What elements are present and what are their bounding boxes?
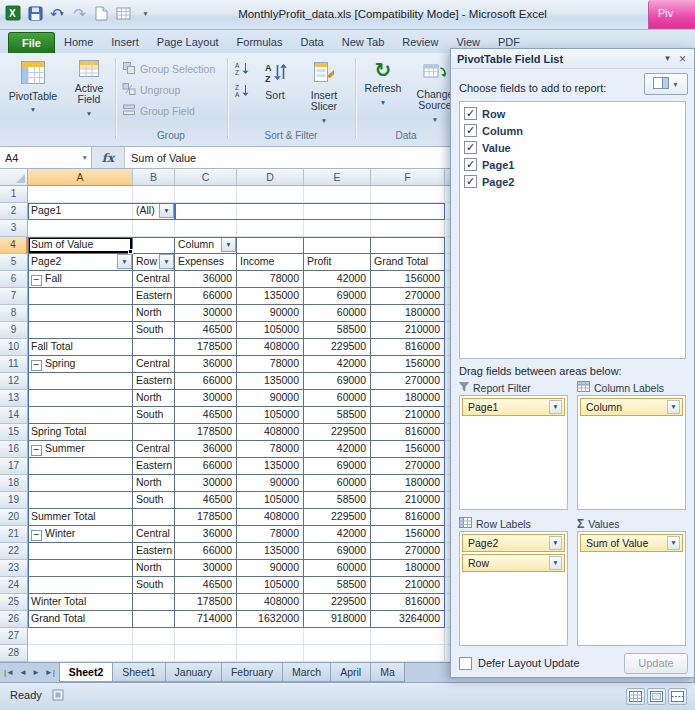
new-document-button[interactable] <box>94 4 109 22</box>
row-header-28[interactable]: 28 <box>0 645 28 662</box>
cell-A10[interactable]: Fall Total <box>28 339 133 356</box>
cell-B18[interactable]: North <box>133 475 175 492</box>
row-header-5[interactable]: 5 <box>0 254 28 271</box>
cell-A28[interactable] <box>28 645 133 662</box>
column-header-a[interactable]: A <box>28 169 133 186</box>
normal-view-button[interactable] <box>626 688 645 705</box>
cell-dropdown-icon[interactable]: ▼ <box>159 203 174 218</box>
field-checkbox-page2[interactable]: ✓ <box>464 175 477 188</box>
cell-D13[interactable]: 90000 <box>237 390 304 407</box>
cell-F5[interactable]: Grand Total <box>371 254 445 271</box>
defer-layout-checkbox[interactable] <box>459 657 472 670</box>
cell-A1[interactable] <box>28 186 133 203</box>
cell-D16[interactable]: 78000 <box>237 441 304 458</box>
row-header-16[interactable]: 16 <box>0 441 28 458</box>
dropdown-arrow-icon[interactable]: ▼ <box>549 556 562 570</box>
cell-D12[interactable]: 135000 <box>237 373 304 390</box>
cell-D3[interactable] <box>237 220 304 237</box>
tab-review[interactable]: Review <box>393 32 447 53</box>
cell-B11[interactable]: Central <box>133 356 175 373</box>
cell-D5[interactable]: Income <box>237 254 304 271</box>
tab-new-tab[interactable]: New Tab <box>333 32 394 53</box>
cell-C14[interactable]: 46500 <box>175 407 237 424</box>
cell-E2[interactable] <box>304 203 371 220</box>
cell-F28[interactable] <box>371 645 445 662</box>
cell-B4[interactable] <box>133 237 175 254</box>
column-header-b[interactable]: B <box>133 169 175 186</box>
row-header-4[interactable]: 4 <box>0 237 28 254</box>
cell-E19[interactable]: 58500 <box>304 492 371 509</box>
cell-D21[interactable]: 78000 <box>237 526 304 543</box>
cell-E17[interactable]: 69000 <box>304 458 371 475</box>
cell-F24[interactable]: 210000 <box>371 577 445 594</box>
cell-A15[interactable]: Spring Total <box>28 424 133 441</box>
cell-C9[interactable]: 46500 <box>175 322 237 339</box>
cell-C12[interactable]: 66000 <box>175 373 237 390</box>
cell-E14[interactable]: 58500 <box>304 407 371 424</box>
cell-C4[interactable]: Column▼ <box>175 237 237 254</box>
cell-A27[interactable] <box>28 628 133 645</box>
cell-A2[interactable]: Page1 <box>28 203 133 220</box>
tab-home[interactable]: Home <box>55 32 102 53</box>
cell-B26[interactable] <box>133 611 175 628</box>
cell-A7[interactable] <box>28 288 133 305</box>
cell-C15[interactable]: 178500 <box>175 424 237 441</box>
cell-C11[interactable]: 36000 <box>175 356 237 373</box>
area-box-values[interactable]: Sum of Value▼ <box>577 531 686 646</box>
cell-F17[interactable]: 270000 <box>371 458 445 475</box>
cell-E1[interactable] <box>304 186 371 203</box>
panel-title-bar[interactable]: PivotTable Field List ▼ × <box>451 49 694 69</box>
row-header-14[interactable]: 14 <box>0 407 28 424</box>
group-selection-button[interactable]: Group Selection <box>119 59 223 78</box>
cell-D17[interactable]: 135000 <box>237 458 304 475</box>
tab-formulas[interactable]: Formulas <box>228 32 292 53</box>
cell-B9[interactable]: South <box>133 322 175 339</box>
cell-B14[interactable]: South <box>133 407 175 424</box>
redo-button[interactable]: ↷ <box>72 4 87 22</box>
cell-C21[interactable]: 36000 <box>175 526 237 543</box>
refresh-button[interactable]: ↻ Refresh ▼ <box>360 56 406 108</box>
cell-F4[interactable] <box>371 237 445 254</box>
collapse-button[interactable]: − <box>31 530 42 541</box>
group-field-button[interactable]: Group Field <box>119 101 223 120</box>
cell-B2[interactable]: (All)▼ <box>133 203 175 220</box>
cell-C27[interactable] <box>175 628 237 645</box>
cell-B23[interactable]: North <box>133 560 175 577</box>
ungroup-button[interactable]: Ungroup <box>119 80 223 99</box>
cell-D26[interactable]: 1632000 <box>237 611 304 628</box>
sheet-tab-ma[interactable]: Ma <box>370 663 405 682</box>
sheet-tab-march[interactable]: March <box>282 663 331 682</box>
field-chip-page2[interactable]: Page2▼ <box>462 534 565 552</box>
cell-F6[interactable]: 156000 <box>371 271 445 288</box>
cell-dropdown-icon[interactable]: ▼ <box>159 254 174 269</box>
cell-B17[interactable]: Eastern <box>133 458 175 475</box>
row-header-6[interactable]: 6 <box>0 271 28 288</box>
cell-F25[interactable]: 816000 <box>371 594 445 611</box>
field-chip-page1[interactable]: Page1▼ <box>462 398 565 416</box>
field-chip-row[interactable]: Row▼ <box>462 554 565 572</box>
cell-E10[interactable]: 229500 <box>304 339 371 356</box>
cell-F19[interactable]: 210000 <box>371 492 445 509</box>
cell-C8[interactable]: 30000 <box>175 305 237 322</box>
cell-C7[interactable]: 66000 <box>175 288 237 305</box>
cell-C23[interactable]: 30000 <box>175 560 237 577</box>
last-sheet-button[interactable]: ►| <box>45 668 55 677</box>
cell-A26[interactable]: Grand Total <box>28 611 133 628</box>
sheet-tab-sheet2[interactable]: Sheet2 <box>59 663 113 682</box>
cell-B19[interactable]: South <box>133 492 175 509</box>
cell-E4[interactable] <box>304 237 371 254</box>
cell-E28[interactable] <box>304 645 371 662</box>
cell-D25[interactable]: 408000 <box>237 594 304 611</box>
cell-B12[interactable]: Eastern <box>133 373 175 390</box>
cell-C2[interactable] <box>175 203 237 220</box>
cell-B22[interactable]: Eastern <box>133 543 175 560</box>
row-header-20[interactable]: 20 <box>0 509 28 526</box>
name-box[interactable]: A4 ▼ <box>0 147 92 168</box>
cell-A22[interactable] <box>28 543 133 560</box>
next-sheet-button[interactable]: ► <box>32 668 40 677</box>
cell-B5[interactable]: Row▼ <box>133 254 175 271</box>
cell-D4[interactable] <box>237 237 304 254</box>
cell-E7[interactable]: 69000 <box>304 288 371 305</box>
sheet-tab-sheet1[interactable]: Sheet1 <box>112 663 165 682</box>
first-sheet-button[interactable]: |◄ <box>4 668 14 677</box>
